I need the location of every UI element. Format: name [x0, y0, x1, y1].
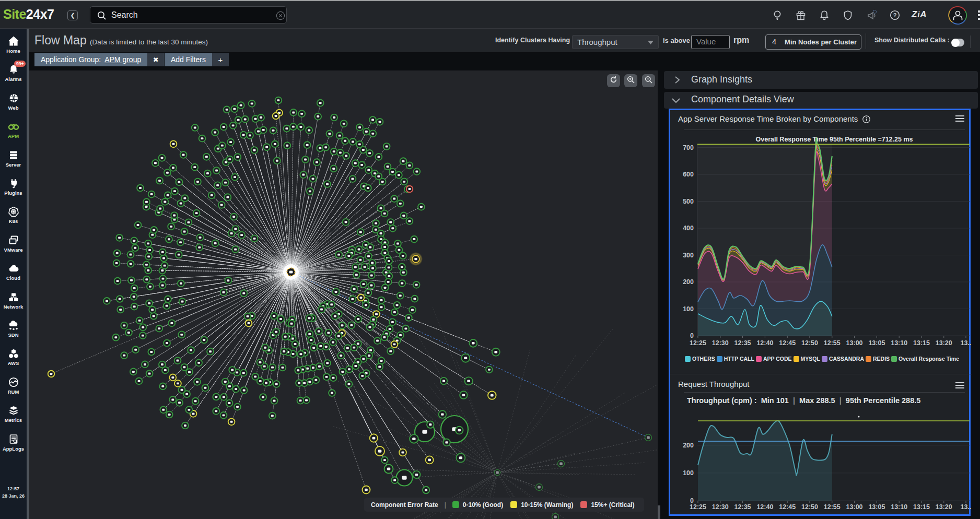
svg-text:13..: 13.. — [961, 503, 972, 511]
svg-text:12:30: 12:30 — [712, 339, 729, 347]
svg-text:12:50: 12:50 — [801, 339, 818, 347]
svg-text:12:30: 12:30 — [712, 503, 729, 511]
svg-text:500: 500 — [683, 198, 694, 205]
svg-text:12:55: 12:55 — [824, 503, 841, 511]
svg-text:?: ? — [893, 12, 897, 18]
svg-text:13:05: 13:05 — [868, 339, 885, 347]
svg-text:13:20: 13:20 — [936, 503, 952, 511]
svg-text:0: 0 — [690, 332, 694, 339]
svg-text:300: 300 — [683, 252, 694, 259]
svg-text:12:35: 12:35 — [734, 503, 751, 511]
svg-text:13:00: 13:00 — [846, 503, 863, 511]
svg-text:200: 200 — [683, 278, 694, 286]
svg-text:12:50: 12:50 — [801, 503, 818, 511]
svg-text:600: 600 — [683, 171, 694, 178]
svg-text:13:20: 13:20 — [936, 339, 952, 347]
svg-text:200: 200 — [683, 442, 694, 449]
svg-text:12:40: 12:40 — [756, 339, 773, 347]
svg-text:100: 100 — [683, 305, 694, 313]
svg-text:12:55: 12:55 — [824, 339, 841, 347]
svg-text:700: 700 — [683, 144, 694, 151]
svg-text:12:45: 12:45 — [779, 339, 796, 347]
svg-text:100: 100 — [683, 469, 694, 477]
svg-text:13:00: 13:00 — [846, 339, 863, 347]
svg-text:12:25: 12:25 — [690, 503, 706, 511]
svg-text:13:10: 13:10 — [891, 339, 907, 347]
svg-text:13:15: 13:15 — [913, 503, 930, 511]
svg-text:13..: 13.. — [961, 339, 972, 347]
svg-text:13:10: 13:10 — [891, 503, 907, 511]
svg-text:13:05: 13:05 — [868, 503, 885, 511]
svg-text:12:40: 12:40 — [756, 503, 773, 511]
svg-text:400: 400 — [683, 225, 694, 232]
svg-text:12:35: 12:35 — [734, 339, 751, 347]
svg-text:12:25: 12:25 — [690, 339, 706, 347]
svg-text:Overall Response Time 95th Per: Overall Response Time 95th Percentile =7… — [756, 136, 913, 143]
svg-text:12:45: 12:45 — [779, 503, 796, 511]
svg-text:13:15: 13:15 — [913, 339, 930, 347]
